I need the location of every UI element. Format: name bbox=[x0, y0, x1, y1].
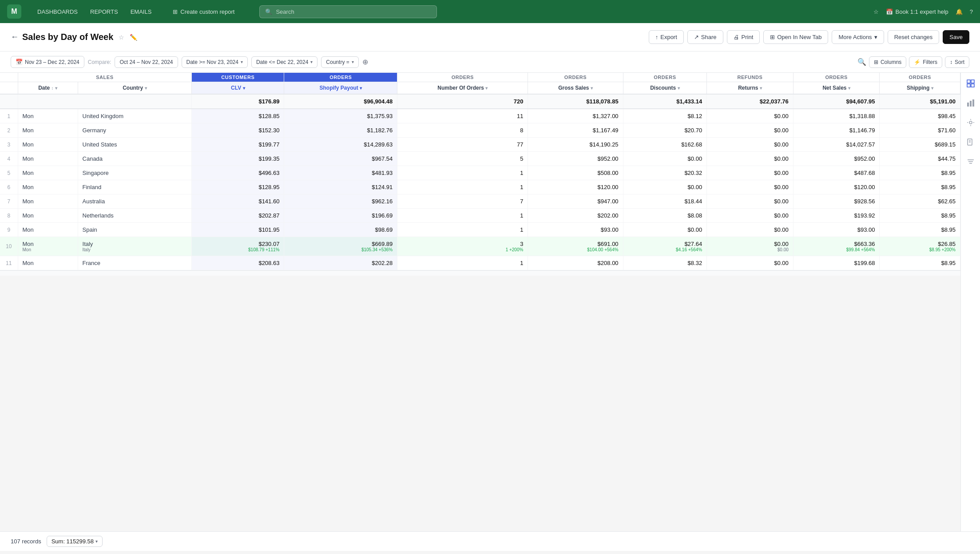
dropdown-icon[interactable]: ▾ bbox=[678, 86, 680, 91]
col-shipping[interactable]: Shipping ▾ bbox=[880, 82, 960, 95]
orders2-group: ORDERS bbox=[528, 73, 623, 82]
row-orders: 1 bbox=[397, 223, 528, 237]
chart-view-icon[interactable] bbox=[964, 96, 978, 110]
dropdown-icon[interactable]: ▾ bbox=[760, 86, 762, 91]
col-shopify-payout[interactable]: Shopify Payout ▾ bbox=[284, 82, 397, 95]
sort-button[interactable]: ↕ Sort bbox=[945, 56, 969, 68]
notification-icon[interactable]: 🔔 bbox=[956, 8, 963, 15]
nav-dashboards[interactable]: DASHBOARDS bbox=[32, 6, 83, 18]
compare-separator: Compare: bbox=[88, 59, 111, 65]
col-gross-sales[interactable]: Gross Sales ▾ bbox=[528, 82, 623, 95]
col-number-of-orders[interactable]: Number Of Orders ▾ bbox=[397, 82, 528, 95]
sum-badge[interactable]: Sum: 115299.58 ▾ bbox=[47, 536, 103, 547]
row-clv: $230.07$108.79 +111% bbox=[192, 237, 284, 256]
print-icon: 🖨 bbox=[734, 34, 739, 40]
table-scroll[interactable]: SALES CUSTOMERS ORDERS ORDERS ORDERS ORD… bbox=[0, 73, 960, 531]
country-chip[interactable]: Country = ▾ bbox=[321, 56, 358, 68]
filter-add-icon[interactable]: ⊕ bbox=[362, 58, 368, 66]
favorite-icon[interactable]: ☆ bbox=[119, 34, 124, 41]
filters-button[interactable]: ⚡ Filters bbox=[909, 56, 942, 68]
paint-icon[interactable] bbox=[964, 135, 978, 149]
reset-changes-label: Reset changes bbox=[894, 34, 933, 40]
book-help-label: Book 1:1 expert help bbox=[896, 8, 948, 15]
settings-icon[interactable] bbox=[964, 115, 978, 130]
help-icon[interactable]: ? bbox=[970, 8, 973, 15]
create-custom-report-btn[interactable]: ⊞ Create custom report bbox=[167, 6, 240, 18]
save-button[interactable]: Save bbox=[943, 30, 969, 44]
edit-icon[interactable]: ✏️ bbox=[130, 34, 137, 41]
table-view-icon[interactable] bbox=[964, 76, 978, 91]
book-help-btn[interactable]: 📅 Book 1:1 expert help bbox=[886, 8, 948, 15]
row-discounts: $0.00 bbox=[623, 223, 707, 237]
nav-emails[interactable]: EMAILS bbox=[125, 6, 157, 18]
row-num: 4 bbox=[0, 152, 18, 166]
country-label: Country = bbox=[326, 59, 349, 65]
table-row[interactable]: 6 Mon Finland $128.95 $124.91 1 $120.00 … bbox=[0, 180, 960, 194]
table-row[interactable]: 3 Mon United States $199.77 $14,289.63 7… bbox=[0, 138, 960, 152]
col-returns[interactable]: Returns ▾ bbox=[707, 82, 794, 95]
table-row[interactable]: 9 Mon Spain $101.95 $98.69 1 $93.00 $0.0… bbox=[0, 223, 960, 237]
horizontal-scrollbar[interactable] bbox=[0, 270, 960, 276]
date-range-chip[interactable]: 📅 Nov 23 – Dec 22, 2024 bbox=[11, 56, 84, 68]
dropdown-icon[interactable]: ▾ bbox=[591, 86, 593, 91]
row-net-sales: $14,027.57 bbox=[793, 138, 880, 152]
compare-net-sales: $99.84 +564% bbox=[798, 247, 875, 252]
refunds-group: REFUNDS bbox=[707, 73, 794, 82]
dropdown-icon[interactable]: ▾ bbox=[848, 86, 850, 91]
print-button[interactable]: 🖨 Print bbox=[727, 30, 760, 44]
date-gte-chip[interactable]: Date >= Nov 23, 2024 ▾ bbox=[182, 56, 248, 68]
star-icon[interactable]: ☆ bbox=[873, 8, 879, 15]
table-row[interactable]: 7 Mon Australia $141.60 $962.16 7 $947.0… bbox=[0, 194, 960, 209]
col-net-sales[interactable]: Net Sales ▾ bbox=[793, 82, 880, 95]
dropdown-icon[interactable]: ▾ bbox=[931, 86, 933, 91]
dropdown-icon[interactable]: ▾ bbox=[55, 86, 57, 91]
summary-clv: $176.89 bbox=[192, 94, 284, 109]
table-row[interactable]: 10 MonMon ItalyItaly $230.07$108.79 +111… bbox=[0, 237, 960, 256]
row-clv: $128.85 bbox=[192, 109, 284, 123]
create-report-label: Create custom report bbox=[180, 8, 234, 15]
table-row[interactable]: 5 Mon Singapore $496.63 $481.93 1 $508.0… bbox=[0, 166, 960, 180]
table-row[interactable]: 1 Mon United Kingdom $128.85 $1,375.93 1… bbox=[0, 109, 960, 123]
summary-row: $176.89 $96,904.48 720 $118,078.85 $1,43… bbox=[0, 94, 960, 109]
sales-group: SALES bbox=[18, 73, 192, 82]
more-actions-button[interactable]: More Actions ▾ bbox=[832, 30, 884, 44]
table-row[interactable]: 4 Mon Canada $199.35 $967.54 5 $952.00 $… bbox=[0, 152, 960, 166]
row-shipping: $8.95 bbox=[880, 209, 960, 223]
clv-dropdown-icon[interactable]: ▾ bbox=[243, 86, 245, 91]
row-shopify-payout: $481.93 bbox=[284, 166, 397, 180]
logo: M bbox=[7, 4, 21, 19]
table-row[interactable]: 11 Mon France $208.63 $202.28 1 $208.00 … bbox=[0, 256, 960, 270]
row-country: Germany bbox=[78, 123, 192, 138]
columns-icon: ⊞ bbox=[874, 59, 878, 65]
data-table: SALES CUSTOMERS ORDERS ORDERS ORDERS ORD… bbox=[0, 73, 960, 270]
back-button[interactable]: ← bbox=[11, 32, 19, 42]
dropdown-icon[interactable]: ▾ bbox=[485, 86, 488, 91]
row-orders: 11 bbox=[397, 109, 528, 123]
col-country[interactable]: Country ▾ bbox=[78, 82, 192, 95]
col-discounts[interactable]: Discounts ▾ bbox=[623, 82, 707, 95]
col-date[interactable]: Date ↕ ▾ bbox=[18, 82, 78, 95]
nav-reports[interactable]: REPORTS bbox=[85, 6, 123, 18]
table-row[interactable]: 8 Mon Netherlands $202.87 $196.69 1 $202… bbox=[0, 209, 960, 223]
search-bar[interactable]: 🔍 Search bbox=[259, 5, 437, 18]
export-button[interactable]: ↑ Export bbox=[649, 30, 684, 44]
columns-button[interactable]: ⊞ Columns bbox=[869, 56, 906, 68]
compare-country: Italy bbox=[83, 247, 187, 252]
shopify-payout-dropdown-icon[interactable]: ▾ bbox=[360, 86, 362, 91]
share-button[interactable]: ↗ Share bbox=[687, 30, 723, 44]
reset-changes-button[interactable]: Reset changes bbox=[888, 30, 940, 44]
search-icon[interactable]: 🔍 bbox=[857, 58, 866, 66]
col-clv[interactable]: CLV ▾ bbox=[192, 82, 284, 95]
row-num-group bbox=[0, 73, 18, 82]
table-row[interactable]: 2 Mon Germany $152.30 $1,182.76 8 $1,167… bbox=[0, 123, 960, 138]
compare-range-chip[interactable]: Oct 24 – Nov 22, 2024 bbox=[115, 56, 178, 68]
row-orders: 1 bbox=[397, 180, 528, 194]
open-in-new-tab-button[interactable]: ⊞ Open In New Tab bbox=[763, 30, 828, 44]
filter-sidebar-icon[interactable] bbox=[964, 154, 978, 169]
date-gte-label: Date >= Nov 23, 2024 bbox=[186, 59, 238, 65]
print-label: Print bbox=[742, 34, 754, 40]
row-shopify-payout: $98.69 bbox=[284, 223, 397, 237]
date-lte-chip[interactable]: Date <= Dec 22, 2024 ▾ bbox=[251, 56, 317, 68]
dropdown-icon[interactable]: ▾ bbox=[145, 86, 147, 91]
row-returns: $0.00 bbox=[707, 180, 794, 194]
